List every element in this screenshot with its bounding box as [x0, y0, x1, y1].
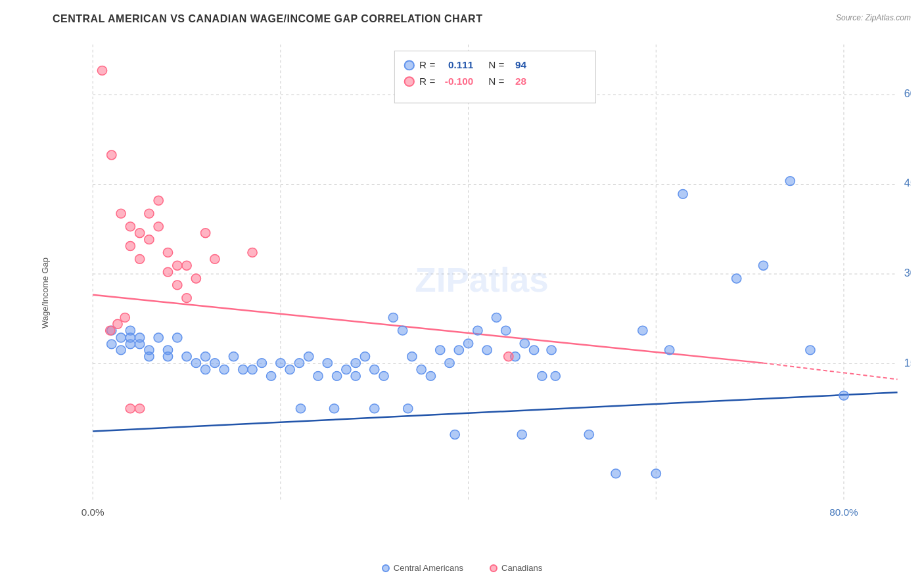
svg-point-69 — [388, 313, 398, 322]
svg-point-65 — [351, 359, 360, 368]
svg-point-88 — [665, 346, 674, 355]
svg-point-85 — [538, 371, 547, 380]
svg-point-33 — [116, 346, 126, 355]
svg-point-81 — [501, 326, 511, 335]
svg-text:80.0%: 80.0% — [829, 507, 858, 518]
svg-point-49 — [210, 359, 219, 368]
svg-text:N =: N = — [488, 60, 504, 71]
chart-area: 60.0% 45.0% 30.0% 15.0% 0.0% 80.0% ZIPat… — [53, 32, 911, 526]
svg-point-77 — [463, 339, 473, 348]
svg-point-93 — [806, 346, 815, 355]
legend-blue-item: Central Americans — [382, 563, 463, 573]
svg-point-118 — [173, 261, 182, 270]
svg-point-94 — [839, 391, 848, 400]
svg-text:30.0%: 30.0% — [904, 267, 911, 279]
svg-point-51 — [229, 352, 238, 361]
svg-point-56 — [276, 359, 285, 368]
svg-point-48 — [200, 365, 210, 374]
svg-point-108 — [126, 222, 135, 231]
svg-point-115 — [154, 222, 163, 231]
svg-point-84 — [529, 346, 538, 355]
svg-line-18 — [764, 363, 898, 380]
svg-point-124 — [210, 254, 219, 263]
svg-point-112 — [145, 209, 154, 218]
svg-point-44 — [173, 333, 182, 342]
svg-point-126 — [126, 404, 135, 413]
svg-point-46 — [191, 359, 200, 368]
svg-point-60 — [313, 371, 323, 380]
svg-text:ZIPatlas: ZIPatlas — [415, 261, 548, 299]
svg-text:15.0%: 15.0% — [904, 357, 911, 369]
svg-point-125 — [248, 248, 257, 257]
legend-pink-item: Canadians — [490, 563, 542, 573]
legend-pink-label: Canadians — [501, 563, 542, 573]
svg-point-91 — [758, 261, 768, 270]
svg-point-103 — [517, 430, 526, 440]
svg-point-122 — [191, 274, 200, 283]
svg-point-83 — [520, 339, 529, 348]
svg-point-53 — [248, 365, 257, 374]
svg-point-123 — [200, 229, 210, 238]
svg-text:60.0%: 60.0% — [904, 87, 911, 99]
svg-point-68 — [379, 371, 388, 380]
svg-point-64 — [351, 371, 360, 380]
svg-point-106 — [107, 150, 116, 160]
svg-point-52 — [239, 365, 248, 374]
chart-title: CENTRAL AMERICAN VS CANADIAN WAGE/INCOME… — [53, 13, 911, 25]
svg-point-57 — [285, 365, 294, 374]
svg-point-36 — [126, 340, 135, 349]
svg-point-119 — [173, 281, 182, 290]
svg-point-101 — [404, 404, 413, 413]
svg-text:94: 94 — [515, 60, 527, 71]
svg-point-104 — [551, 371, 560, 380]
svg-point-90 — [732, 274, 741, 283]
svg-point-127 — [135, 404, 144, 413]
svg-point-107 — [116, 209, 126, 218]
svg-point-67 — [370, 365, 379, 374]
svg-line-16 — [93, 392, 897, 431]
svg-text:45.0%: 45.0% — [904, 177, 911, 189]
svg-point-130 — [120, 313, 129, 322]
svg-point-96 — [611, 469, 620, 478]
source-label: Source: ZipAtlas.com — [836, 13, 911, 22]
svg-point-102 — [450, 430, 459, 440]
svg-point-72 — [417, 365, 426, 374]
svg-point-78 — [473, 326, 482, 335]
svg-point-31 — [107, 340, 116, 349]
chart-container: CENTRAL AMERICAN VS CANADIAN WAGE/INCOME… — [0, 0, 924, 586]
svg-point-80 — [492, 313, 501, 322]
svg-point-40 — [145, 352, 154, 361]
svg-point-62 — [332, 371, 341, 380]
svg-point-131 — [504, 352, 513, 361]
svg-point-59 — [304, 352, 313, 361]
svg-point-70 — [398, 326, 407, 335]
scatter-chart: 60.0% 45.0% 30.0% 15.0% 0.0% 80.0% ZIPat… — [53, 32, 911, 526]
svg-point-75 — [445, 359, 454, 368]
svg-point-58 — [294, 359, 304, 368]
svg-line-17 — [93, 295, 763, 363]
svg-point-54 — [257, 359, 266, 368]
legend-blue-dot — [382, 564, 390, 572]
svg-rect-25 — [405, 77, 414, 86]
svg-text:0.111: 0.111 — [448, 60, 473, 71]
svg-rect-20 — [405, 61, 414, 70]
svg-text:R =: R = — [419, 60, 435, 71]
svg-point-121 — [182, 294, 191, 303]
svg-point-66 — [360, 352, 369, 361]
svg-point-38 — [135, 340, 144, 349]
svg-text:R =: R = — [419, 76, 435, 87]
svg-point-97 — [651, 469, 660, 478]
svg-point-55 — [266, 371, 275, 380]
svg-point-116 — [163, 248, 172, 257]
svg-point-79 — [482, 346, 492, 355]
svg-point-111 — [135, 229, 144, 238]
svg-point-43 — [163, 352, 172, 361]
svg-text:28: 28 — [515, 76, 526, 87]
svg-point-113 — [145, 235, 154, 244]
svg-point-117 — [163, 267, 172, 277]
svg-point-63 — [342, 365, 351, 374]
svg-point-128 — [106, 326, 115, 335]
svg-point-61 — [323, 359, 332, 368]
svg-point-100 — [370, 404, 379, 413]
svg-point-120 — [182, 261, 191, 270]
